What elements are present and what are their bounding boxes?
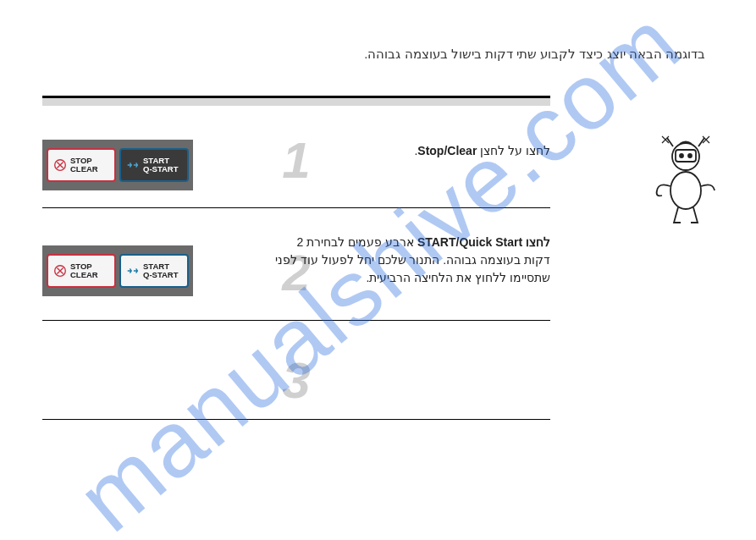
start-qstart-button: START Q-START [119, 148, 189, 182]
stop-clear-button-2: STOP CLEAR [47, 254, 116, 288]
step-2-row: 2 לחצו START/Quick Start ארבע פעמים לבחי… [42, 227, 550, 311]
stop-icon [52, 157, 68, 173]
step-number-3: 3 [282, 351, 310, 410]
svg-rect-2 [676, 150, 696, 162]
step-divider-1 [42, 207, 550, 208]
stop-clear-button: STOP CLEAR [47, 148, 116, 182]
stop-label-2b: CLEAR [70, 271, 98, 279]
start-qstart-button-2: START Q-START [119, 254, 189, 288]
stop-icon [52, 263, 68, 278]
mascot-illustration [650, 131, 722, 229]
step-1-text: לחצו על לחצן Stop/Clear. [271, 142, 550, 160]
intro-paragraph: בדוגמה הבאה יוצג כיצד לקבוע שתי דקות ביש… [364, 47, 705, 62]
svg-point-4 [688, 154, 692, 157]
start-icon [125, 263, 141, 278]
step2-prefix: לחצו [526, 235, 550, 249]
step1-button-panel: STOP CLEAR START Q-START [42, 140, 193, 190]
step-divider-2 [42, 320, 550, 321]
svg-point-3 [680, 154, 683, 157]
step-number-1: 1 [282, 131, 310, 190]
step2-bold: START/Quick Start [417, 235, 522, 249]
step2-button-panel: STOP CLEAR START Q-START [42, 245, 193, 296]
svg-point-0 [670, 172, 701, 209]
start-icon [125, 157, 141, 173]
step1-bold: Stop/Clear [417, 144, 477, 157]
step1-prefix: לחצו על לחצן [477, 144, 550, 157]
step-1-row: 1 לחצו על לחצן Stop/Clear. STOP CLEAR ST… [42, 135, 550, 199]
start-label-2b: Q-START [143, 271, 179, 279]
step-2-text: לחצו START/Quick Start ארבע פעמים לבחירת… [271, 234, 550, 287]
section-divider-top [42, 96, 550, 99]
start-label-2: Q-START [143, 165, 179, 174]
stop-label-2: CLEAR [70, 165, 98, 174]
step-3-row: 3 [42, 339, 550, 415]
step-divider-3 [42, 419, 550, 420]
